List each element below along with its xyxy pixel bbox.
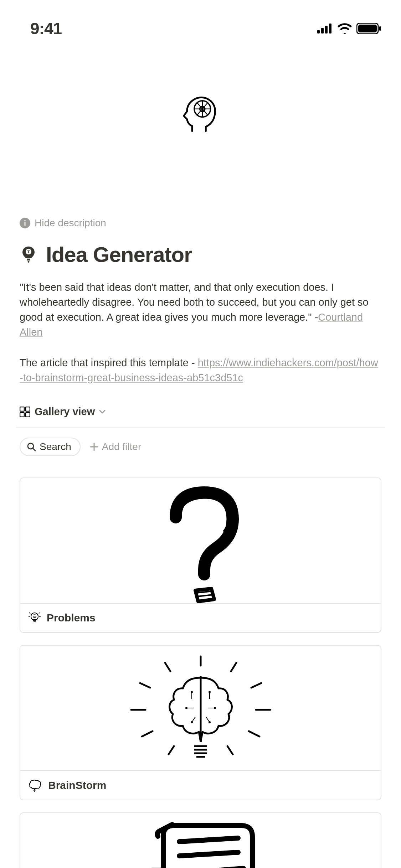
gallery-card[interactable]: BrainStorm (20, 645, 381, 800)
card-title: Problems (47, 612, 96, 624)
svg-rect-3 (329, 24, 331, 33)
add-filter-button[interactable]: Add filter (90, 441, 142, 453)
svg-rect-1 (321, 28, 324, 33)
svg-rect-2 (325, 26, 328, 33)
status-icons (317, 23, 381, 34)
svg-line-18 (33, 448, 35, 451)
svg-line-32 (140, 683, 150, 688)
add-filter-label: Add filter (102, 441, 142, 453)
svg-text:T: T (27, 249, 30, 254)
card-cover (20, 646, 381, 770)
svg-rect-15 (20, 413, 24, 417)
svg-rect-5 (358, 25, 377, 32)
battery-icon (356, 23, 381, 34)
bulb-pin-icon: T (20, 246, 37, 264)
svg-rect-0 (317, 30, 320, 33)
search-icon (27, 442, 36, 451)
cellular-icon (317, 24, 333, 33)
divider (16, 427, 385, 428)
plus-icon (90, 443, 98, 451)
chevron-down-icon (99, 410, 106, 414)
status-bar: 9:41 (0, 0, 401, 46)
svg-marker-12 (27, 261, 29, 263)
svg-line-51 (179, 852, 238, 856)
svg-line-37 (249, 731, 259, 737)
view-label: Gallery view (35, 406, 95, 418)
card-cover (20, 813, 381, 868)
svg-rect-6 (379, 26, 381, 31)
svg-rect-11 (27, 258, 30, 260)
svg-line-39 (227, 746, 233, 754)
brain-bulb-small-icon (28, 611, 41, 624)
card-title: BrainStorm (48, 779, 106, 791)
gallery-card[interactable] (20, 812, 381, 868)
wifi-icon (337, 23, 352, 34)
gallery-icon (20, 407, 30, 417)
svg-rect-14 (26, 407, 30, 411)
question-mark-icon (147, 478, 254, 603)
svg-line-33 (251, 683, 261, 688)
svg-line-25 (39, 613, 40, 614)
svg-line-22 (197, 595, 213, 596)
info-icon: i (20, 218, 30, 228)
document-stack-icon (124, 817, 277, 868)
card-cover (20, 478, 381, 603)
hide-description-label: Hide description (35, 217, 106, 229)
brain-lightning-icon (28, 779, 42, 792)
svg-line-50 (179, 838, 238, 842)
brain-bulb-icon (112, 646, 290, 770)
svg-rect-13 (20, 407, 24, 411)
gallery-card[interactable]: Problems (20, 477, 381, 633)
svg-line-38 (169, 746, 174, 754)
svg-rect-16 (26, 413, 30, 417)
search-button[interactable]: Search (20, 438, 81, 456)
page-hero-icon[interactable] (0, 61, 401, 167)
search-label: Search (40, 441, 71, 453)
hide-description-button[interactable]: i Hide description (20, 217, 381, 229)
svg-line-36 (142, 731, 153, 737)
head-brain-icon (179, 93, 222, 135)
view-selector[interactable]: Gallery view (20, 406, 381, 418)
page-title: Idea Generator (46, 242, 192, 267)
svg-line-27 (29, 613, 30, 614)
quote-text: "It's been said that ideas don't matter,… (20, 280, 381, 340)
article-line: The article that inspired this template … (20, 355, 381, 385)
svg-line-31 (231, 663, 236, 671)
status-time: 9:41 (30, 19, 62, 38)
svg-line-30 (165, 663, 170, 671)
